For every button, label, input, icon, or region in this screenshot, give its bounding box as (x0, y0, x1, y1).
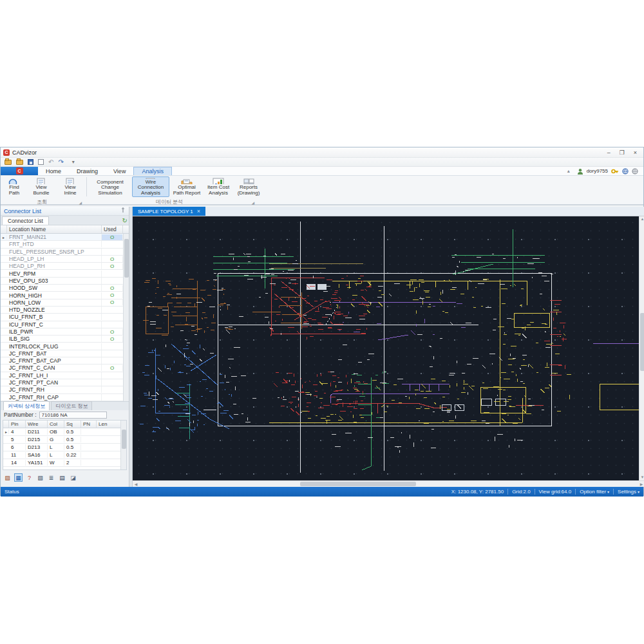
tab-view[interactable]: View (106, 167, 133, 175)
connector-row[interactable]: HTD_NOZZLE (1, 307, 123, 314)
wire-connection-analysis-button[interactable]: Wire Connection Analysis (132, 176, 169, 197)
connector-row[interactable]: HOOD_SWO (1, 285, 123, 292)
connector-row[interactable]: HORN_LOWO (1, 299, 123, 307)
wire-diagram (133, 216, 639, 480)
pin-table-scrollbar[interactable] (120, 421, 126, 469)
tab-home[interactable]: Home (38, 167, 69, 175)
canvas-vertical-scrollbar[interactable]: ▲ ▼ (639, 216, 644, 480)
ribbon-collapse-icon[interactable]: ▴ (567, 168, 570, 174)
page: C CADvizor – ❐ × ↶ ↷ ▾ C Home Drawing Vi… (0, 0, 644, 644)
chevron-down-icon: ▾ (638, 490, 639, 494)
tab-analysis[interactable]: Analysis (133, 167, 172, 175)
connector-list: ▸FRNT_MAIN21OFRT_HTDFUEL_PRESSURE_SNSR_L… (1, 234, 129, 401)
tab-drawing[interactable]: Drawing (69, 167, 106, 175)
used-marker: O (102, 329, 123, 335)
connector-row[interactable]: HEV_RPM (1, 270, 123, 277)
connector-row[interactable]: HORN_HIGHO (1, 292, 123, 299)
connector-row[interactable]: JC_FRNT_RH (1, 386, 123, 393)
menu-tab-row: C Home Drawing View Analysis ▴ dory9755 (1, 167, 643, 176)
connector-row[interactable]: ILB_SIGO (1, 336, 123, 343)
save-all-icon[interactable] (38, 159, 44, 165)
restore-button[interactable]: ❐ (620, 149, 625, 156)
find-path-icon (7, 178, 21, 184)
open-folder-icon[interactable] (5, 160, 12, 165)
optimal-path-report-button[interactable]: Optimal Path Report (171, 176, 203, 197)
group-label-lookup: 조회◢ (1, 198, 83, 205)
canvas-horizontal-scrollbar[interactable]: ◀ ▶ (133, 480, 644, 487)
connector-row[interactable]: JC_FRNT_RH_CAP (1, 394, 123, 401)
pin-row[interactable]: 14YA151W2 (3, 459, 120, 467)
dialog-launcher-icon[interactable]: ◢ (251, 200, 254, 205)
connector-row[interactable]: JC_FRNT_PT_CAN (1, 379, 123, 386)
key-icon[interactable] (611, 168, 619, 175)
refresh-icon[interactable]: ↻ (122, 218, 128, 224)
column-used[interactable]: Used (102, 225, 123, 233)
item-cost-analysis-icon (211, 178, 225, 184)
scroll-up-icon[interactable]: ▲ (639, 216, 644, 222)
component-library-icon[interactable]: ▨ (3, 473, 12, 482)
undo-icon[interactable]: ↶ (48, 159, 53, 166)
close-button[interactable]: × (634, 149, 637, 156)
column-location-name[interactable]: Location Name (7, 225, 102, 233)
find-path-button[interactable]: Find Path (3, 176, 26, 197)
pin-row[interactable]: ▸4D211OB0.5 (3, 428, 120, 436)
chart-sheet-icon[interactable]: ◪ (69, 473, 77, 482)
connector-row[interactable]: JC_FRNT_C_CANO (1, 365, 123, 372)
status-bar: Status X: 1230.08, Y: 2781.50 Grid:2.0 V… (1, 487, 643, 497)
tab-diode-info[interactable]: 다이오드 정보 (51, 401, 92, 410)
import-folder-icon[interactable] (16, 160, 23, 165)
ribbon-group-data-analysis: Component Change Simulation Wire Connect… (88, 176, 265, 198)
monitor-icon[interactable]: ▤ (58, 473, 66, 482)
document-tab[interactable]: SAMPLE TOPOLOGY 1 × (133, 207, 205, 216)
qat-dropdown-icon[interactable]: ▾ (72, 159, 75, 165)
connector-row[interactable]: HEV_OPU_S03 (1, 278, 123, 285)
dialog-launcher-icon[interactable]: ◢ (79, 200, 82, 205)
component-change-simulation-button[interactable]: Component Change Simulation (90, 176, 131, 197)
globe-icon[interactable] (632, 168, 638, 175)
reports-drawing-button[interactable]: Reports (Drawing) (234, 176, 263, 197)
tab-connector-detail[interactable]: 커넥터 상세정보 (3, 401, 50, 410)
part-number-field[interactable] (39, 412, 107, 419)
pin-row[interactable]: 5D215G0.5 (3, 436, 120, 444)
help-icon[interactable]: ? (25, 473, 33, 482)
connector-row[interactable]: HEAD_LP_LHO (1, 256, 123, 263)
app-window: C CADvizor – ❐ × ↶ ↷ ▾ C Home Drawing Vi… (0, 147, 644, 496)
connector-row[interactable]: FUEL_PRESSURE_SNSR_LP (1, 249, 123, 256)
item-cost-analysis-button[interactable]: Item Cost Analysis (204, 176, 232, 197)
app-menu-button[interactable]: C (1, 167, 38, 175)
pin-table: Pin Wire Col Sq PN Len ▸4D211OB0.55D215G… (3, 420, 127, 470)
connector-row[interactable]: ILB_PWRO (1, 328, 123, 336)
view-bundle-button[interactable]: View Bundle (27, 176, 55, 197)
connector-row[interactable]: ICU_FRNT_C (1, 321, 123, 328)
settings-dropdown[interactable]: Settings▾ (618, 489, 639, 495)
connector-row[interactable]: FRT_HTD (1, 241, 123, 248)
connector-row[interactable]: JC_FRNT_BAT_CAP (1, 357, 123, 365)
app-menu-logo-icon: C (16, 167, 23, 175)
save-icon[interactable] (28, 159, 33, 165)
topology-canvas[interactable] (133, 216, 639, 480)
connector-list-scrollbar[interactable] (123, 234, 129, 401)
connector-row[interactable]: HEAD_LP_RHO (1, 263, 123, 270)
connector-row[interactable]: INTERLOCK_PLUG (1, 343, 123, 350)
option-filter-dropdown[interactable]: Option filter▾ (580, 489, 609, 495)
grid-view-icon[interactable]: ▦ (14, 473, 23, 482)
user-name: dory9755 (587, 168, 608, 174)
connector-list-tab[interactable]: Connector List (2, 216, 49, 225)
pin-row[interactable]: 11SA16L0.22 (3, 451, 120, 459)
search-sheet-icon[interactable]: ▧ (36, 473, 44, 482)
connector-row[interactable]: ICU_FRNT_B (1, 314, 123, 321)
view-inline-button[interactable]: View Inline (57, 176, 84, 197)
pin-icon[interactable] (120, 207, 126, 214)
layers-icon[interactable]: ≣ (47, 473, 55, 482)
connector-row[interactable]: JC_FRNT_BAT (1, 350, 123, 357)
app-logo-icon: C (3, 149, 10, 156)
connector-row[interactable]: JC_FRNT_LH_I (1, 372, 123, 379)
scroll-down-icon[interactable]: ▼ (639, 475, 644, 480)
pin-row[interactable]: 6D213L0.5 (3, 444, 120, 451)
minimize-button[interactable]: – (607, 149, 611, 156)
connector-row[interactable]: ▸FRNT_MAIN21O (1, 234, 123, 241)
redo-icon[interactable]: ↷ (58, 159, 63, 166)
network-icon[interactable] (622, 168, 629, 175)
tab-close-icon[interactable]: × (197, 208, 200, 214)
cursor-position: X: 1230.08, Y: 2781.50 (451, 489, 504, 495)
